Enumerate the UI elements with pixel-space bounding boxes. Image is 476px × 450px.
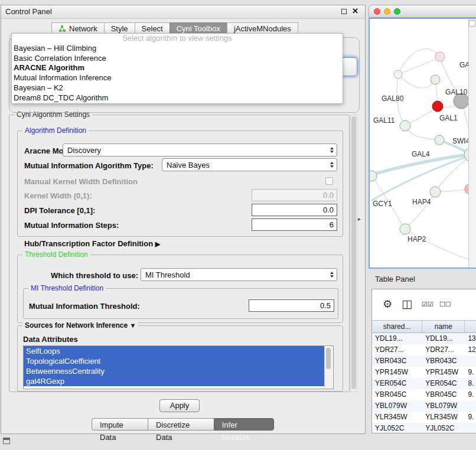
table-row[interactable]: YDR27...YDR27...12: [372, 344, 476, 356]
deselect-all-icon[interactable]: ☐☐: [439, 301, 451, 308]
node-label: SWI4: [452, 137, 470, 145]
list-item[interactable]: TopologicalCoefficient: [24, 356, 324, 366]
close-button[interactable]: [374, 8, 380, 15]
algorithm-dropdown-popup: Select algorithm to view settings Bayesi…: [11, 33, 343, 104]
table-row[interactable]: YBR045CYBR045C9.: [372, 389, 476, 400]
scrollbar-thumb[interactable]: [351, 116, 356, 389]
apply-button[interactable]: Apply: [159, 399, 200, 412]
column-header-shared-name[interactable]: shared...: [372, 321, 422, 332]
combobox-arrows-icon: [330, 147, 334, 153]
cell: YJL052C: [422, 423, 465, 433]
table-row[interactable]: YLR345WYLR345W9.: [372, 412, 476, 423]
network-window-titlebar: [369, 5, 476, 18]
dropdown-item[interactable]: Mutual Information Inference: [12, 73, 343, 83]
combobox-arrows-icon: [330, 162, 334, 168]
columns-icon[interactable]: ◫: [402, 297, 412, 311]
cell: YER054C: [422, 378, 465, 389]
table-panel-title: Table Panel: [375, 275, 415, 283]
network-node-hap2[interactable]: [400, 224, 410, 234]
dropdown-prompt: Select algorithm to view settings: [12, 34, 343, 44]
table-row[interactable]: YDL19...YDL19...13: [372, 333, 476, 344]
mi-steps-label: Mutual Information Steps:: [24, 221, 119, 230]
table-row[interactable]: YJL052CYJL052C: [372, 423, 476, 433]
scrollbar-arrow-box[interactable]: [469, 20, 475, 27]
combobox-value: Discovery: [67, 146, 101, 155]
dropdown-item-selected[interactable]: ARACNE Algorithm: [12, 63, 343, 73]
cell: YPR145W: [422, 367, 465, 378]
network-node-gal11[interactable]: [400, 120, 410, 131]
table-row[interactable]: YPR145WYPR145W9.: [372, 367, 476, 378]
dropdown-item[interactable]: Bayesian – K2: [12, 83, 343, 93]
cell: 9.: [465, 389, 476, 400]
tab-infer-network[interactable]: Infer Network: [214, 418, 274, 431]
dropdown-item[interactable]: Dream8 DC_TDC Algorithm: [12, 93, 343, 103]
hub-definition-expander[interactable]: Hub/Transcription Factor Definition ▶: [24, 239, 160, 248]
cell: YBL079W: [372, 400, 422, 412]
node-label: GAL80: [382, 94, 404, 103]
minimize-button[interactable]: [384, 8, 390, 15]
list-scrollbar[interactable]: [324, 347, 332, 388]
tab-impute-data[interactable]: Impute Data: [92, 418, 148, 431]
column-header-partial[interactable]: [465, 321, 476, 332]
combobox-arrows-icon: [330, 272, 334, 278]
list-item[interactable]: BetweennessCentrality: [24, 366, 324, 376]
cell: [465, 356, 476, 367]
dropdown-item[interactable]: Basic Correlation Inference: [12, 54, 343, 64]
table-row[interactable]: YBR043CYBR043C: [372, 356, 476, 367]
network-node[interactable]: [431, 75, 440, 84]
hub-definition-label: Hub/Transcription Factor Definition: [24, 239, 153, 248]
settings-scrollbar[interactable]: [350, 115, 357, 392]
panel-title: Control Panel: [5, 7, 52, 16]
dropdown-item[interactable]: Bayesian – Hill Climbing: [12, 44, 343, 54]
network-node[interactable]: [394, 70, 402, 79]
tab-label: Select: [142, 24, 163, 33]
manual-kernel-label: Manual Kernel Width Definition: [24, 177, 138, 186]
zoom-button[interactable]: [394, 8, 400, 15]
combobox-value: MI Threshold: [145, 270, 190, 279]
mi-steps-field[interactable]: 6: [252, 219, 337, 231]
scrollbar-thumb[interactable]: [326, 348, 331, 369]
network-canvas[interactable]: GAL GAL80 GAL10 GAL11 GAL1 SWI4 GAL4 GCY…: [369, 18, 476, 269]
node-label: GCY1: [373, 200, 392, 208]
tab-label: Style: [111, 24, 128, 33]
docked-panel-icon[interactable]: [3, 438, 10, 444]
list-item[interactable]: gal4RGexp: [24, 376, 324, 386]
mi-threshold-label: Mutual Information Threshold:: [29, 302, 140, 311]
dpi-tolerance-field[interactable]: 0.0: [252, 204, 337, 216]
node-label: GAL10: [445, 88, 468, 96]
group-title: Algorithm Definition: [22, 126, 89, 135]
select-all-icon[interactable]: ☑☑: [422, 301, 433, 308]
group-title: Threshold Definition: [22, 250, 90, 259]
node-label: HAP4: [412, 198, 431, 206]
network-node-hap4[interactable]: [430, 187, 441, 197]
network-node-selected[interactable]: [432, 101, 443, 112]
table-row[interactable]: YBL079WYBL079W: [372, 400, 476, 412]
cell: 9.: [465, 412, 476, 423]
tab-label: jActiveMNodules: [234, 24, 291, 33]
manual-kernel-checkbox: [325, 177, 333, 185]
dpi-tolerance-label: DPI Tolerance [0,1]:: [24, 206, 95, 215]
table-row[interactable]: YER054CYER054C8.: [372, 378, 476, 389]
split-pane-arrow[interactable]: ▸: [358, 216, 361, 222]
close-icon[interactable]: ✕: [352, 6, 358, 15]
cell: YDL19...: [422, 333, 465, 344]
network-node[interactable]: [435, 135, 444, 145]
mi-type-combobox[interactable]: Naive Bayes: [162, 158, 337, 171]
sources-expander[interactable]: Sources for Network Inference ▼: [22, 321, 138, 330]
cell: YBR043C: [422, 356, 465, 367]
tab-discretize-data[interactable]: Discretize Data: [148, 418, 214, 431]
float-window-icon[interactable]: [341, 9, 347, 14]
group-title: MI Threshold Definition: [28, 284, 106, 292]
cell: 13: [465, 333, 476, 344]
network-node[interactable]: [435, 52, 445, 61]
which-threshold-combobox[interactable]: MI Threshold: [141, 268, 337, 281]
gear-icon[interactable]: ⚙: [383, 298, 392, 311]
aracne-mode-combobox[interactable]: Discovery: [63, 144, 337, 156]
mi-threshold-field[interactable]: 0.5: [249, 299, 334, 312]
tab-label: Network: [69, 24, 97, 33]
column-header-name[interactable]: name: [422, 321, 465, 332]
list-item[interactable]: SelfLoops: [24, 346, 324, 356]
network-scrollbar[interactable]: [468, 19, 476, 268]
cell: YDR27...: [422, 344, 465, 356]
network-graph: GAL GAL80 GAL10 GAL11 GAL1 SWI4 GAL4 GCY…: [370, 19, 471, 268]
